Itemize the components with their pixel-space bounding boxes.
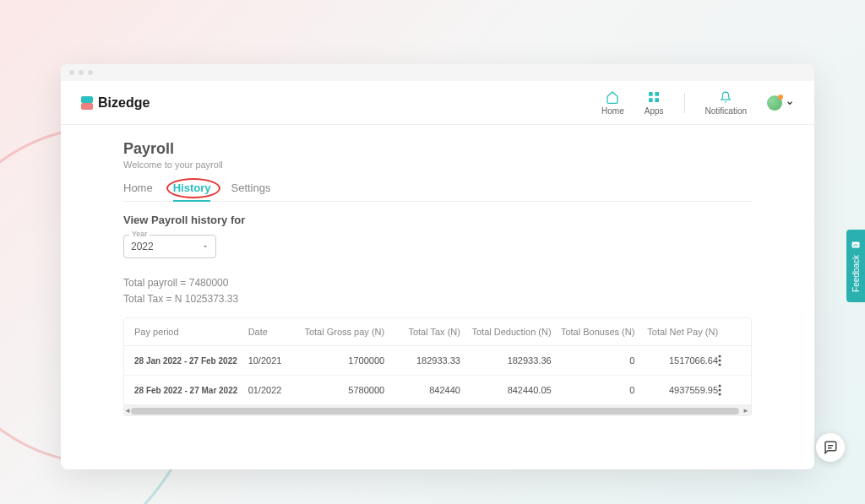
cell-tax: 842440 bbox=[384, 385, 460, 395]
tab-history[interactable]: History bbox=[173, 182, 211, 201]
col-header-bonuses: Total Bonuses (N) bbox=[552, 327, 635, 337]
row-menu-button[interactable] bbox=[718, 384, 741, 396]
cell-tax: 182933.33 bbox=[384, 355, 460, 366]
nav-home-label: Home bbox=[601, 106, 624, 116]
year-field-label: Year bbox=[129, 230, 150, 238]
total-payroll: Total payroll = 7480000 bbox=[123, 275, 752, 291]
feedback-tab[interactable]: Feedback bbox=[846, 230, 865, 302]
col-header-date: Date bbox=[248, 327, 294, 337]
app-header: Bizedge Home Apps Notification bbox=[61, 81, 814, 125]
svg-point-8 bbox=[719, 385, 721, 387]
svg-point-9 bbox=[719, 389, 721, 392]
total-tax: Total Tax = N 1025373.33 bbox=[123, 291, 752, 307]
window-control-dot bbox=[69, 70, 74, 75]
svg-point-6 bbox=[719, 360, 721, 362]
brand-name: Bizedge bbox=[98, 95, 150, 111]
cell-date: 01/2022 bbox=[248, 385, 294, 395]
feedback-icon bbox=[851, 240, 861, 250]
avatar bbox=[767, 95, 782, 111]
tab-bar: Home History Settings bbox=[123, 182, 752, 202]
year-value: 2022 bbox=[131, 241, 154, 252]
nav-apps-label: Apps bbox=[645, 106, 664, 116]
browser-window: Bizedge Home Apps Notification bbox=[61, 64, 814, 469]
cell-period: 28 Feb 2022 - 27 Mar 2022 bbox=[134, 386, 248, 395]
cell-netpay: 4937559.95 bbox=[634, 385, 718, 395]
year-select[interactable]: Year 2022 bbox=[123, 235, 216, 258]
feedback-label: Feedback bbox=[851, 255, 861, 292]
col-header-gross: Total Gross pay (N) bbox=[293, 327, 384, 337]
home-icon bbox=[605, 89, 620, 105]
window-control-dot bbox=[79, 70, 84, 75]
payroll-table: Pay period Date Total Gross pay (N) Tota… bbox=[123, 317, 752, 416]
scroll-thumb[interactable] bbox=[131, 408, 739, 415]
browser-titlebar bbox=[61, 64, 814, 81]
cell-bonuses: 0 bbox=[552, 355, 635, 366]
header-nav: Home Apps Notification bbox=[601, 89, 794, 116]
cell-gross: 5780000 bbox=[293, 385, 384, 395]
cell-bonuses: 0 bbox=[552, 385, 635, 395]
chat-icon bbox=[823, 440, 838, 455]
section-label: View Payroll history for bbox=[123, 214, 752, 226]
nav-notification-label: Notification bbox=[705, 106, 747, 116]
svg-rect-0 bbox=[649, 92, 653, 96]
chat-widget[interactable] bbox=[816, 433, 845, 462]
tab-settings[interactable]: Settings bbox=[231, 182, 270, 201]
horizontal-scrollbar[interactable]: ◄ ► bbox=[124, 405, 751, 415]
nav-notification[interactable]: Notification bbox=[705, 89, 747, 116]
nav-divider bbox=[684, 93, 685, 113]
cell-period: 28 Jan 2022 - 27 Feb 2022 bbox=[134, 356, 248, 366]
table-header: Pay period Date Total Gross pay (N) Tota… bbox=[124, 318, 751, 346]
svg-point-5 bbox=[719, 355, 721, 358]
table-row[interactable]: 28 Jan 2022 - 27 Feb 202210/202117000001… bbox=[124, 346, 751, 376]
col-header-period: Pay period bbox=[134, 327, 248, 337]
svg-point-7 bbox=[719, 364, 721, 366]
page-subtitle: Welcome to your payroll bbox=[123, 160, 752, 170]
totals-block: Total payroll = 7480000 Total Tax = N 10… bbox=[123, 275, 752, 307]
svg-rect-1 bbox=[655, 92, 659, 96]
cell-date: 10/2021 bbox=[248, 355, 294, 366]
cell-deduction: 182933.36 bbox=[460, 355, 552, 366]
logo-icon bbox=[81, 96, 93, 110]
col-header-netpay: Total Net Pay (N) bbox=[634, 327, 718, 337]
cell-netpay: 1517066.64 bbox=[634, 355, 718, 366]
svg-point-10 bbox=[719, 393, 721, 396]
nav-home[interactable]: Home bbox=[601, 89, 624, 116]
caret-down-icon bbox=[202, 243, 209, 250]
window-control-dot bbox=[88, 70, 93, 75]
brand-logo[interactable]: Bizedge bbox=[81, 95, 150, 111]
scroll-right-icon[interactable]: ► bbox=[741, 406, 751, 416]
profile-menu[interactable] bbox=[767, 95, 794, 111]
main-content: Payroll Welcome to your payroll Home His… bbox=[61, 125, 814, 431]
nav-apps[interactable]: Apps bbox=[645, 89, 664, 116]
bell-icon bbox=[718, 89, 733, 105]
svg-marker-4 bbox=[204, 246, 207, 247]
page-title: Payroll bbox=[123, 140, 752, 158]
chevron-down-icon bbox=[786, 99, 794, 107]
table-row[interactable]: 28 Feb 2022 - 27 Mar 202201/202257800008… bbox=[124, 376, 751, 405]
cell-gross: 1700000 bbox=[293, 355, 384, 366]
apps-icon bbox=[646, 89, 661, 105]
row-menu-button[interactable] bbox=[718, 355, 741, 366]
col-header-tax: Total Tax (N) bbox=[384, 327, 460, 337]
col-header-deduction: Total Deduction (N) bbox=[460, 327, 552, 337]
svg-rect-2 bbox=[649, 98, 653, 102]
svg-rect-3 bbox=[655, 98, 659, 102]
tab-home[interactable]: Home bbox=[123, 182, 153, 201]
table-body: 28 Jan 2022 - 27 Feb 202210/202117000001… bbox=[124, 346, 751, 405]
cell-deduction: 842440.05 bbox=[460, 385, 552, 395]
tab-history-label: History bbox=[173, 182, 211, 194]
